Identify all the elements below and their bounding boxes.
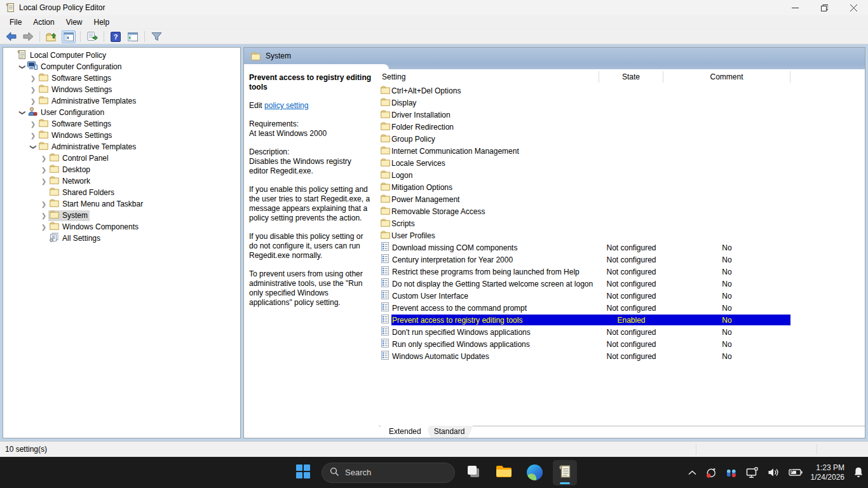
chevron-right-icon[interactable]: ❯ <box>39 155 48 162</box>
list-row[interactable]: Removable Storage Access <box>379 205 865 217</box>
chevron-right-icon[interactable]: ❯ <box>39 178 48 185</box>
app-alert-icon[interactable] <box>726 467 738 478</box>
forward-icon[interactable] <box>21 30 35 43</box>
sync-alert-icon[interactable] <box>705 466 717 479</box>
battery-icon[interactable] <box>789 468 803 477</box>
folder-icon <box>379 98 391 108</box>
tree-item[interactable]: All Settings <box>3 233 240 244</box>
list-row[interactable]: Prevent access to registry editing tools… <box>379 314 865 326</box>
tree-item[interactable]: ❯Network <box>3 175 240 187</box>
folder-icon <box>38 97 48 106</box>
tree-item[interactable]: ❯Software Settings <box>3 118 240 130</box>
notification-bell-icon[interactable] <box>853 466 864 478</box>
setting-state: Not configured <box>599 268 663 276</box>
restore-button[interactable] <box>810 0 839 15</box>
row-cells: Century interpretation for Year 2000Not … <box>391 254 790 265</box>
menu-action[interactable]: Action <box>27 17 60 28</box>
chevron-right-icon[interactable]: ❯ <box>39 224 48 231</box>
back-icon[interactable] <box>4 30 18 43</box>
chevron-right-icon[interactable]: ❯ <box>39 201 48 208</box>
folder-icon <box>379 110 391 120</box>
list-row[interactable]: Don't run specified Windows applications… <box>379 326 865 338</box>
display-device-icon[interactable] <box>746 467 759 478</box>
tree-item[interactable]: Local Computer Policy <box>3 50 240 61</box>
column-header-comment[interactable]: Comment <box>663 71 790 83</box>
tree-item[interactable]: ❯Administrative Templates <box>3 141 240 152</box>
minimize-button[interactable] <box>780 0 810 15</box>
export-list-icon[interactable] <box>85 30 99 43</box>
filter-icon[interactable] <box>149 30 163 43</box>
tree-item[interactable]: ❯Windows Components <box>3 221 240 233</box>
task-view-button[interactable] <box>461 460 485 485</box>
policy-setting-icon <box>379 351 391 362</box>
list-row[interactable]: Internet Communication Management <box>379 145 865 157</box>
list-row[interactable]: Windows Automatic UpdatesNot configuredN… <box>379 350 865 362</box>
up-folder-icon[interactable] <box>44 30 58 43</box>
tree-item[interactable]: Shared Folders <box>3 187 240 198</box>
chevron-right-icon[interactable]: ❯ <box>29 132 37 139</box>
chevron-down-icon[interactable]: ❯ <box>30 142 37 151</box>
list-row[interactable]: Folder Redirection <box>379 121 865 133</box>
chevron-down-icon[interactable]: ❯ <box>19 108 26 117</box>
chevron-right-icon[interactable]: ❯ <box>29 121 37 128</box>
search-input[interactable]: Search <box>322 463 455 483</box>
file-explorer-button[interactable] <box>492 460 516 485</box>
menu-help[interactable]: Help <box>88 17 116 28</box>
tree-item[interactable]: ❯Computer Configuration <box>3 61 240 72</box>
tree-item[interactable]: ❯System <box>3 210 240 221</box>
tree-item[interactable]: ❯Control Panel <box>3 152 240 164</box>
tab-extended[interactable]: Extended <box>381 426 430 438</box>
setting-name: Windows Automatic Updates <box>391 352 599 361</box>
chevron-up-icon[interactable] <box>688 470 696 475</box>
list-row[interactable]: Do not display the Getting Started welco… <box>379 278 865 290</box>
list-row[interactable]: Century interpretation for Year 2000Not … <box>379 254 865 266</box>
tree-item[interactable]: ❯Desktop <box>3 164 240 175</box>
list-row[interactable]: Run only specified Windows applicationsN… <box>379 338 865 350</box>
start-button[interactable] <box>291 460 315 485</box>
menu-view[interactable]: View <box>60 17 88 28</box>
taskbar-clock[interactable]: 1:23 PM 1/24/2026 <box>811 463 844 482</box>
list-row[interactable]: Mitigation Options <box>379 181 865 193</box>
edit-policy-setting-link[interactable]: policy setting <box>264 101 308 110</box>
chevron-right-icon[interactable]: ❯ <box>29 86 37 93</box>
list-row[interactable]: Display <box>379 97 865 109</box>
setting-comment: No <box>663 280 790 288</box>
chevron-right-icon[interactable]: ❯ <box>29 75 37 82</box>
tree-item[interactable]: ❯Windows Settings <box>3 84 240 95</box>
menu-file[interactable]: File <box>4 17 27 28</box>
list-row[interactable]: Scripts <box>379 217 865 229</box>
list-row[interactable]: Logon <box>379 169 865 181</box>
list-row[interactable]: Custom User InterfaceNot configuredNo <box>379 290 865 302</box>
chevron-right-icon[interactable]: ❯ <box>39 212 48 219</box>
edge-button[interactable] <box>522 460 546 485</box>
tree-item[interactable]: ❯Windows Settings <box>3 130 240 141</box>
chevron-right-icon[interactable]: ❯ <box>29 98 37 105</box>
list-row[interactable]: Download missing COM componentsNot confi… <box>379 241 865 254</box>
close-button[interactable] <box>839 0 868 15</box>
column-header-setting[interactable]: Setting <box>379 71 599 83</box>
gpedit-taskbar-button[interactable] <box>553 460 577 485</box>
new-window-icon[interactable] <box>126 30 140 43</box>
tree-item[interactable]: ❯Software Settings <box>3 72 240 84</box>
volume-icon[interactable] <box>768 467 780 478</box>
list-row[interactable]: Prevent access to the command promptNot … <box>379 302 865 314</box>
list-row[interactable]: Group Policy <box>379 133 865 145</box>
subfolder-label: Logon <box>391 171 412 180</box>
folder-icon <box>379 170 391 180</box>
list-row[interactable]: User Profiles <box>379 229 865 241</box>
setting-state: Not configured <box>599 280 663 288</box>
list-row[interactable]: Power Management <box>379 193 865 205</box>
tree-item[interactable]: ❯Administrative Templates <box>3 95 240 107</box>
list-row[interactable]: Driver Installation <box>379 109 865 121</box>
console-tree-toggle-icon[interactable] <box>62 30 76 43</box>
list-row[interactable]: Ctrl+Alt+Del Options <box>379 85 865 97</box>
chevron-down-icon[interactable]: ❯ <box>19 62 26 71</box>
chevron-right-icon[interactable]: ❯ <box>39 166 48 173</box>
tree-item[interactable]: ❯User Configuration <box>3 107 240 118</box>
list-row[interactable]: Locale Services <box>379 157 865 169</box>
help-icon[interactable]: ? <box>109 30 123 43</box>
column-header-state[interactable]: State <box>599 71 663 83</box>
tree-item[interactable]: ❯Start Menu and Taskbar <box>3 198 240 210</box>
tab-standard[interactable]: Standard <box>426 426 473 438</box>
list-row[interactable]: Restrict these programs from being launc… <box>379 266 865 278</box>
